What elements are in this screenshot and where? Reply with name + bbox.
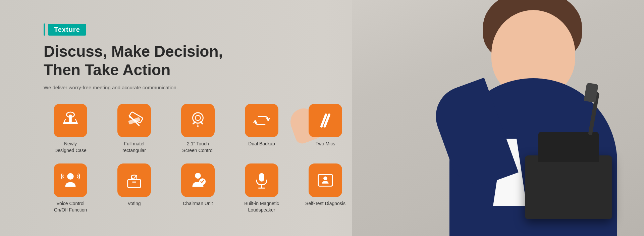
svg-rect-1 [69,115,72,124]
touch-screen-label: 2.1" TouchScreen Control [182,141,213,154]
feature-touch-screen: 2.1" TouchScreen Control [171,104,225,154]
voice-control-label: Voice ControlOn/Off Function [54,200,87,214]
voice-control-icon [54,163,87,197]
headline-line2: Then Take Action [44,61,362,79]
feature-voice-control: Voice ControlOn/Off Function [44,163,97,214]
built-in-speaker-icon [245,163,278,197]
feature-full-matel: Full matelrectangular [107,104,161,154]
feature-chairman-unit: Chairman Unit [171,163,225,214]
headline-line1: Discuss, Make Decision, [44,42,362,61]
voting-label: Voting [128,200,141,207]
svg-point-10 [67,173,73,179]
built-in-speaker-label: Built-in MagneticLoudspeaker [244,200,279,214]
svg-point-7 [195,115,200,121]
case-svg-icon [61,111,80,130]
hero-subtext: We deliver worry-free meeting and accura… [44,85,362,90]
feature-newly-designed-case: NewlyDesigned Case [44,104,97,154]
held-device-top [538,132,599,162]
two-mics-label: Two Mics [316,141,335,147]
feature-dual-backup: Dual Backup [235,104,288,154]
full-matel-icon [117,104,151,137]
svg-rect-15 [259,173,264,181]
feature-voting: Voting [107,163,161,214]
self-test-icon [309,163,342,197]
voting-icon [117,163,151,197]
hero-image-area [352,0,644,236]
texture-bar-accent [44,23,45,36]
touch-screen-icon [181,104,215,137]
dual-backup-label: Dual Backup [248,141,275,147]
chairman-unit-label: Chairman Unit [183,200,213,207]
svg-point-6 [193,113,203,123]
chairman-svg-icon [188,171,208,190]
svg-rect-5 [128,117,141,125]
features-grid: NewlyDesigned Case Full matelrectangular [44,104,362,213]
two-mics-icon [309,104,342,137]
feature-built-in-speaker: Built-in MagneticLoudspeaker [235,163,288,214]
voice-svg-icon [61,171,80,190]
newly-designed-case-label: NewlyDesigned Case [54,141,87,154]
held-device [525,155,612,219]
dual-backup-icon [245,104,278,137]
feature-two-mics: Two Mics [299,104,352,154]
svg-rect-11 [128,180,141,187]
matel-svg-icon [124,111,144,130]
newly-designed-case-icon [54,104,87,137]
hero-headline: Discuss, Make Decision, Then Take Action [44,42,362,79]
texture-badge: Texture [44,23,86,36]
speaker-svg-icon [252,171,271,190]
mics-svg-icon [316,111,335,130]
full-matel-label: Full matelrectangular [122,141,146,154]
texture-label: Texture [48,24,86,36]
main-content: Texture Discuss, Make Decision, Then Tak… [44,23,362,214]
touch-svg-icon [188,111,208,130]
dual-svg-icon [252,111,271,130]
svg-point-19 [323,176,327,180]
self-test-label: Self-Test Diagnosis [305,200,345,207]
svg-rect-12 [132,181,136,182]
voting-svg-icon [124,171,144,190]
svg-point-13 [195,173,201,178]
feature-self-test: Self-Test Diagnosis [299,163,352,214]
chairman-unit-icon [181,163,215,197]
selftest-svg-icon [316,171,335,190]
